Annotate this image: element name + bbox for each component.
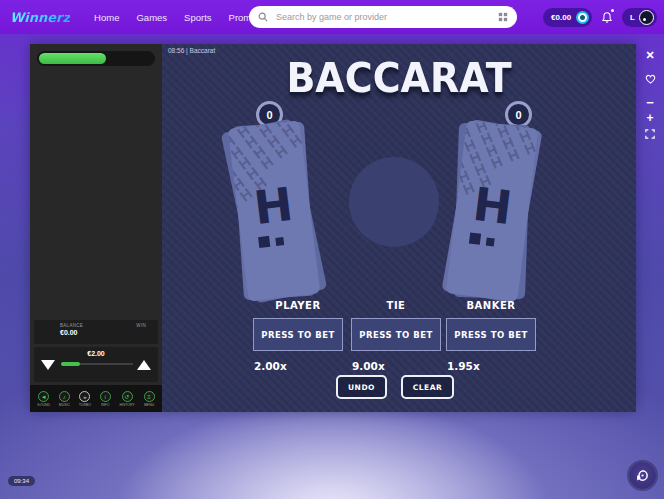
- card-logo-dot: [486, 238, 495, 247]
- undo-button[interactable]: UNDO: [336, 375, 387, 399]
- notifications-button[interactable]: [601, 11, 613, 24]
- card-back: H H H H H H H H H H H H H H H H H H H H …: [228, 120, 321, 301]
- balance-value: €0.00: [60, 329, 83, 336]
- session-timer: 09:34: [8, 476, 35, 486]
- bet-amount-slider[interactable]: [61, 363, 133, 365]
- player-bet-button[interactable]: PRESS TO BET: [253, 318, 343, 351]
- card-logo-dot: [469, 233, 481, 245]
- music-button[interactable]: ♪ MUSIC: [59, 391, 70, 407]
- game-canvas: 08:56 | Baccarat BACCARAT 0 0 H H H H H …: [162, 44, 636, 412]
- banker-multiplier: 1.95x: [446, 360, 536, 372]
- game-session-header: 08:56 | Baccarat: [168, 47, 215, 54]
- game-side-controls: ✕ − +: [641, 49, 659, 139]
- decrease-bet-icon[interactable]: [41, 360, 55, 370]
- search-bar[interactable]: [249, 6, 517, 28]
- brand-logo[interactable]: Winnerz: [10, 10, 70, 25]
- navbar-right: €0.00 L: [543, 0, 657, 34]
- banker-label: BANKER: [446, 300, 536, 311]
- game-controls-row: ◄ SOUND ♪ MUSIC » TURBO i INFO ↺ HISTORY…: [30, 385, 162, 412]
- chat-icon: [636, 469, 649, 482]
- player-multiplier: 2.00x: [253, 360, 343, 372]
- info-label: INFO: [101, 403, 109, 407]
- grid-icon[interactable]: [498, 12, 508, 22]
- win-label: WIN: [136, 323, 146, 341]
- deal-area-circle: [349, 157, 439, 247]
- sound-label: SOUND: [37, 403, 50, 407]
- progress-bar-fill: [39, 53, 106, 64]
- music-label: MUSIC: [59, 403, 70, 407]
- history-button[interactable]: ↺ HISTORY: [119, 391, 134, 407]
- bet-slider-fill: [61, 362, 80, 366]
- progress-bar: [37, 51, 155, 66]
- zoom-in-icon[interactable]: +: [646, 113, 653, 123]
- player-label: PLAYER: [253, 300, 343, 311]
- balance-amount: €0.00: [551, 13, 571, 22]
- turbo-label: TURBO: [79, 403, 91, 407]
- increase-bet-icon[interactable]: [137, 360, 151, 370]
- bet-amount-row: €2.00: [34, 347, 158, 382]
- card-logo-dot: [275, 237, 284, 246]
- music-icon: ♪: [59, 391, 70, 402]
- zoom-out-icon[interactable]: −: [646, 99, 654, 107]
- info-button[interactable]: i INFO: [100, 391, 111, 407]
- banker-card-stack: H H H H H H H H H H H H H H H H H H H H …: [446, 120, 539, 301]
- tie-multiplier: 9.00x: [351, 360, 441, 372]
- player-card-stack: H H H H H H H H H H H H H H H H H H H H …: [228, 120, 321, 301]
- card-logo-dot: [258, 236, 270, 248]
- favorite-heart-icon[interactable]: [645, 74, 656, 84]
- game-control-panel: BALANCE €0.00 WIN €2.00 ◄ SOUND ♪ MUSIC …: [30, 44, 162, 412]
- speaker-icon: ◄: [38, 391, 49, 402]
- sound-button[interactable]: ◄ SOUND: [37, 391, 50, 407]
- balance-label: BALANCE: [60, 323, 83, 328]
- player-bet-column: PLAYER PRESS TO BET 2.00x: [253, 300, 343, 372]
- info-icon: i: [100, 391, 111, 402]
- avatar: [639, 10, 654, 25]
- card-back-logo: H: [470, 177, 515, 235]
- tie-bet-column: TIE PRESS TO BET 9.00x: [351, 300, 441, 372]
- balance-pill[interactable]: €0.00: [543, 8, 592, 27]
- nav-link-sports[interactable]: Sports: [184, 12, 211, 23]
- bet-amount-value: €2.00: [34, 350, 158, 357]
- turbo-button[interactable]: » TURBO: [79, 391, 91, 407]
- close-icon[interactable]: ✕: [645, 49, 654, 62]
- search-icon: [258, 12, 268, 22]
- nav-link-games[interactable]: Games: [136, 12, 167, 23]
- top-navbar: Winnerz Home Games Sports Promotions €0.…: [0, 0, 664, 34]
- game-title: BACCARAT: [162, 54, 636, 102]
- card-back: H H H H H H H H H H H H H H H H H H H H …: [446, 120, 539, 301]
- menu-label: MENU: [144, 403, 154, 407]
- wallet-icon[interactable]: [576, 11, 589, 24]
- fullscreen-icon[interactable]: [645, 129, 655, 139]
- nav-link-home[interactable]: Home: [94, 12, 119, 23]
- banker-bet-button[interactable]: PRESS TO BET: [446, 318, 536, 351]
- history-icon: ↺: [122, 391, 133, 402]
- banker-bet-column: BANKER PRESS TO BET 1.95x: [446, 300, 536, 372]
- menu-button[interactable]: ≡ MENU: [144, 391, 155, 407]
- notification-dot: [611, 9, 614, 12]
- menu-icon: ≡: [144, 391, 155, 402]
- search-input[interactable]: [274, 11, 492, 23]
- chat-button[interactable]: [629, 462, 656, 489]
- clear-button[interactable]: CLEAR: [401, 375, 454, 399]
- card-back-logo: H: [251, 177, 296, 235]
- balance-row: BALANCE €0.00 WIN: [34, 320, 158, 344]
- bell-icon: [601, 11, 613, 24]
- history-label: HISTORY: [119, 403, 134, 407]
- tie-bet-button[interactable]: PRESS TO BET: [351, 318, 441, 351]
- account-level: L: [630, 13, 635, 22]
- turbo-icon: »: [79, 391, 90, 402]
- tie-label: TIE: [351, 300, 441, 311]
- account-menu[interactable]: L: [622, 8, 657, 27]
- game-window: BALANCE €0.00 WIN €2.00 ◄ SOUND ♪ MUSIC …: [30, 44, 636, 412]
